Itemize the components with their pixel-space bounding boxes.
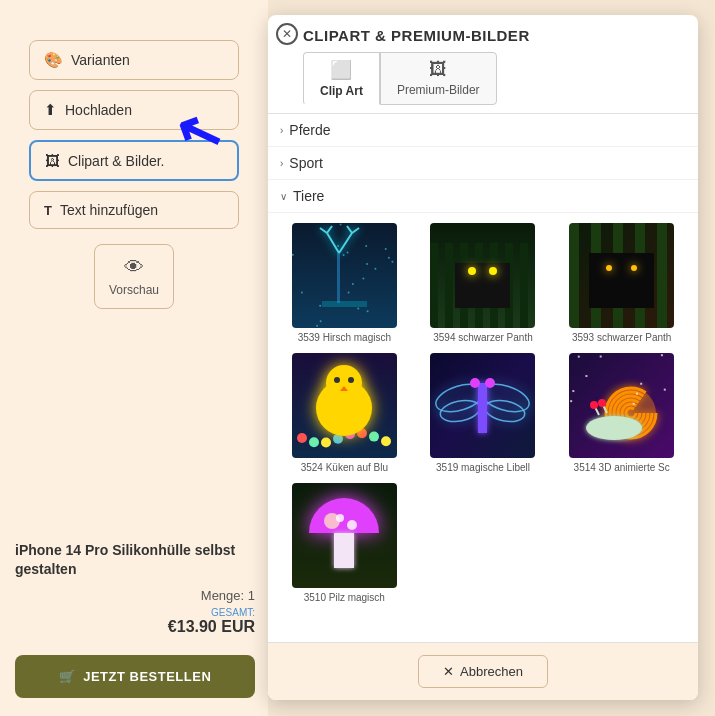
image-card-3514[interactable]: 3514 3D animierte Sc bbox=[557, 353, 686, 473]
category-sport[interactable]: › Sport bbox=[268, 147, 698, 180]
tab-clipart-icon: ⬜ bbox=[330, 59, 352, 81]
image-card-3539[interactable]: 3539 Hirsch magisch bbox=[280, 223, 409, 343]
tab-clipart-label: Clip Art bbox=[320, 84, 363, 98]
image-card-3510[interactable]: 3510 Pilz magisch bbox=[280, 483, 409, 603]
image-grid: 3539 Hirsch magisch 3594 schwarzer Panth… bbox=[268, 213, 698, 613]
text-hinzufuegen-button[interactable]: T Text hinzufügen bbox=[29, 191, 239, 229]
cart-icon: 🛒 bbox=[59, 669, 76, 684]
tab-premium[interactable]: 🖼 Premium-Bilder bbox=[380, 52, 497, 105]
image-label-3524: 3524 Küken auf Blu bbox=[301, 462, 388, 473]
image-thumb-3594 bbox=[430, 223, 535, 328]
image-label-3519: 3519 magische Libell bbox=[436, 462, 530, 473]
chevron-down-icon-tiere: ∨ bbox=[280, 191, 287, 202]
modal-footer: ✕ Abbrechen bbox=[268, 642, 698, 700]
text-icon: T bbox=[44, 203, 52, 218]
modal-close-button[interactable]: ✕ bbox=[276, 23, 298, 45]
image-thumb-3524 bbox=[292, 353, 397, 458]
tab-premium-icon: 🖼 bbox=[429, 59, 447, 80]
product-title: iPhone 14 Pro Silikonhülle selbst gestal… bbox=[15, 541, 255, 580]
tab-premium-label: Premium-Bilder bbox=[397, 83, 480, 97]
preview-label: Vorschau bbox=[109, 283, 159, 297]
chevron-right-icon-sport: › bbox=[280, 158, 283, 169]
hochladen-label: Hochladen bbox=[65, 102, 132, 118]
cancel-label: Abbrechen bbox=[460, 664, 523, 679]
hochladen-icon: ⬆ bbox=[44, 101, 57, 119]
image-card-3519[interactable]: 3519 magische Libell bbox=[419, 353, 548, 473]
varianten-button[interactable]: 🎨 Varianten bbox=[29, 40, 239, 80]
modal-header: CLIPART & PREMIUM-BILDER ⬜ Clip Art 🖼 Pr… bbox=[268, 15, 698, 114]
category-tiere[interactable]: ∨ Tiere bbox=[268, 180, 698, 213]
category-pferde-label: Pferde bbox=[289, 122, 330, 138]
image-label-3594: 3594 schwarzer Panth bbox=[433, 332, 533, 343]
product-info: iPhone 14 Pro Silikonhülle selbst gestal… bbox=[15, 541, 255, 636]
chevron-right-icon: › bbox=[280, 125, 283, 136]
image-thumb-3593 bbox=[569, 223, 674, 328]
preview-button[interactable]: 👁 Vorschau bbox=[94, 244, 174, 309]
varianten-label: Varianten bbox=[71, 52, 130, 68]
image-label-3593: 3593 schwarzer Panth bbox=[572, 332, 672, 343]
image-card-3594[interactable]: 3594 schwarzer Panth bbox=[419, 223, 548, 343]
tab-clipart[interactable]: ⬜ Clip Art bbox=[303, 52, 380, 105]
category-sport-label: Sport bbox=[289, 155, 322, 171]
sidebar: 🎨 Varianten ⬆ Hochladen 🖼 Clipart & Bild… bbox=[0, 0, 268, 716]
cancel-button[interactable]: ✕ Abbrechen bbox=[418, 655, 548, 688]
category-tiere-label: Tiere bbox=[293, 188, 324, 204]
tab-bar: ⬜ Clip Art 🖼 Premium-Bilder bbox=[303, 52, 686, 105]
image-card-3593[interactable]: 3593 schwarzer Panth bbox=[557, 223, 686, 343]
modal-body[interactable]: › Pferde › Sport ∨ Tiere 3539 Hirsch mag… bbox=[268, 114, 698, 642]
clipart-icon: 🖼 bbox=[45, 152, 60, 169]
image-label-3539: 3539 Hirsch magisch bbox=[298, 332, 391, 343]
image-thumb-3510 bbox=[292, 483, 397, 588]
modal-clipart: ✕ CLIPART & PREMIUM-BILDER ⬜ Clip Art 🖼 … bbox=[268, 15, 698, 700]
modal-title: CLIPART & PREMIUM-BILDER bbox=[303, 27, 686, 44]
order-label: JETZT BESTELLEN bbox=[83, 669, 211, 684]
varianten-icon: 🎨 bbox=[44, 51, 63, 69]
close-icon: ✕ bbox=[282, 27, 292, 41]
image-label-3514: 3514 3D animierte Sc bbox=[574, 462, 670, 473]
preview-icon: 👁 bbox=[124, 256, 144, 279]
product-qty: Menge: 1 bbox=[15, 588, 255, 603]
cancel-icon: ✕ bbox=[443, 664, 454, 679]
image-card-3524[interactable]: 3524 Küken auf Blu bbox=[280, 353, 409, 473]
image-thumb-3539 bbox=[292, 223, 397, 328]
text-label: Text hinzufügen bbox=[60, 202, 158, 218]
total-label: GESAMT: bbox=[15, 607, 255, 618]
category-pferde[interactable]: › Pferde bbox=[268, 114, 698, 147]
clipart-label: Clipart & Bilder. bbox=[68, 153, 164, 169]
image-label-3510: 3510 Pilz magisch bbox=[304, 592, 385, 603]
image-thumb-3519 bbox=[430, 353, 535, 458]
order-button[interactable]: 🛒 JETZT BESTELLEN bbox=[15, 655, 255, 698]
product-price: €13.90 EUR bbox=[15, 618, 255, 636]
image-thumb-3514 bbox=[569, 353, 674, 458]
